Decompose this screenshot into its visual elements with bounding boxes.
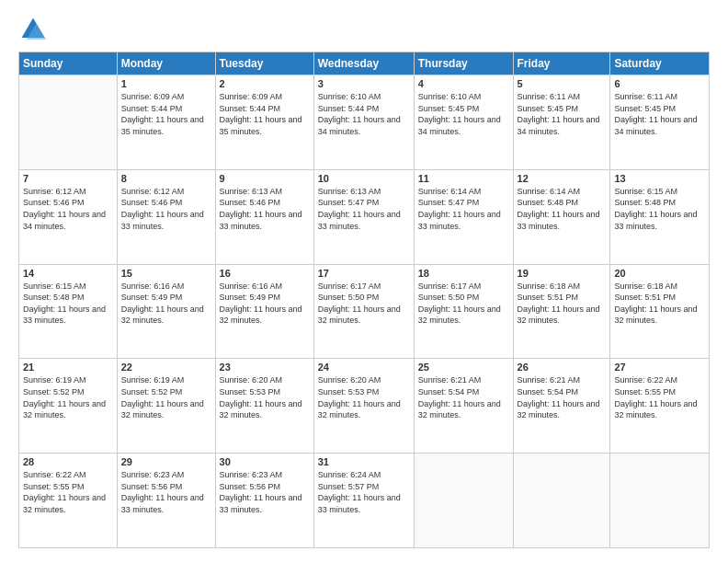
day-number: 25 <box>418 362 509 373</box>
cell-info: Sunrise: 6:12 AMSunset: 5:46 PMDaylight:… <box>121 186 211 232</box>
calendar-header-row: SundayMondayTuesdayWednesdayThursdayFrid… <box>19 52 710 75</box>
day-number: 26 <box>518 362 607 373</box>
col-header-wednesday: Wednesday <box>313 52 414 75</box>
calendar-cell: 30Sunrise: 6:23 AMSunset: 5:56 PMDayligh… <box>215 454 313 548</box>
cell-info: Sunrise: 6:22 AMSunset: 5:55 PMDaylight:… <box>614 374 705 420</box>
calendar-cell <box>414 454 513 548</box>
calendar-cell <box>513 454 610 548</box>
calendar-cell: 14Sunrise: 6:15 AMSunset: 5:48 PMDayligh… <box>19 264 118 359</box>
header <box>18 15 710 44</box>
calendar-cell <box>610 454 710 548</box>
cell-info: Sunrise: 6:09 AMSunset: 5:44 PMDaylight:… <box>220 91 310 137</box>
col-header-sunday: Sunday <box>19 52 118 75</box>
cell-info: Sunrise: 6:19 AMSunset: 5:52 PMDaylight:… <box>23 374 113 420</box>
calendar-cell: 18Sunrise: 6:17 AMSunset: 5:50 PMDayligh… <box>414 264 513 359</box>
cell-info: Sunrise: 6:19 AMSunset: 5:52 PMDaylight:… <box>121 374 211 420</box>
calendar-cell: 7Sunrise: 6:12 AMSunset: 5:46 PMDaylight… <box>19 169 118 264</box>
day-number: 12 <box>518 173 607 184</box>
calendar-cell: 10Sunrise: 6:13 AMSunset: 5:47 PMDayligh… <box>313 169 414 264</box>
calendar-cell: 26Sunrise: 6:21 AMSunset: 5:54 PMDayligh… <box>513 359 610 454</box>
day-number: 10 <box>318 173 410 184</box>
col-header-friday: Friday <box>513 52 610 75</box>
calendar-cell: 2Sunrise: 6:09 AMSunset: 5:44 PMDaylight… <box>215 75 313 170</box>
day-number: 30 <box>220 456 310 467</box>
day-number: 28 <box>23 456 113 467</box>
day-number: 14 <box>23 268 113 279</box>
cell-info: Sunrise: 6:16 AMSunset: 5:49 PMDaylight:… <box>220 281 310 327</box>
day-number: 21 <box>23 362 113 373</box>
cell-info: Sunrise: 6:09 AMSunset: 5:44 PMDaylight:… <box>121 91 211 137</box>
cell-info: Sunrise: 6:16 AMSunset: 5:49 PMDaylight:… <box>121 281 211 327</box>
calendar: SundayMondayTuesdayWednesdayThursdayFrid… <box>18 52 710 548</box>
day-number: 1 <box>121 78 211 89</box>
cell-info: Sunrise: 6:12 AMSunset: 5:46 PMDaylight:… <box>23 186 113 232</box>
calendar-cell: 9Sunrise: 6:13 AMSunset: 5:46 PMDaylight… <box>215 169 313 264</box>
day-number: 4 <box>418 78 509 89</box>
week-row-1: 7Sunrise: 6:12 AMSunset: 5:46 PMDaylight… <box>19 169 710 264</box>
day-number: 8 <box>121 173 211 184</box>
day-number: 17 <box>318 268 410 279</box>
day-number: 16 <box>220 268 310 279</box>
day-number: 7 <box>23 173 113 184</box>
day-number: 11 <box>418 173 509 184</box>
day-number: 29 <box>121 456 211 467</box>
day-number: 31 <box>318 456 410 467</box>
calendar-cell: 22Sunrise: 6:19 AMSunset: 5:52 PMDayligh… <box>117 359 215 454</box>
cell-info: Sunrise: 6:24 AMSunset: 5:57 PMDaylight:… <box>318 469 410 515</box>
cell-info: Sunrise: 6:18 AMSunset: 5:51 PMDaylight:… <box>518 281 607 327</box>
calendar-cell <box>19 75 118 170</box>
day-number: 2 <box>220 78 310 89</box>
cell-info: Sunrise: 6:22 AMSunset: 5:55 PMDaylight:… <box>23 469 113 515</box>
cell-info: Sunrise: 6:17 AMSunset: 5:50 PMDaylight:… <box>418 281 509 327</box>
calendar-cell: 27Sunrise: 6:22 AMSunset: 5:55 PMDayligh… <box>610 359 710 454</box>
cell-info: Sunrise: 6:21 AMSunset: 5:54 PMDaylight:… <box>418 374 509 420</box>
day-number: 9 <box>220 173 310 184</box>
cell-info: Sunrise: 6:11 AMSunset: 5:45 PMDaylight:… <box>614 91 705 137</box>
calendar-cell: 29Sunrise: 6:23 AMSunset: 5:56 PMDayligh… <box>117 454 215 548</box>
week-row-3: 21Sunrise: 6:19 AMSunset: 5:52 PMDayligh… <box>19 359 710 454</box>
calendar-cell: 17Sunrise: 6:17 AMSunset: 5:50 PMDayligh… <box>313 264 414 359</box>
cell-info: Sunrise: 6:17 AMSunset: 5:50 PMDaylight:… <box>318 281 410 327</box>
calendar-cell: 25Sunrise: 6:21 AMSunset: 5:54 PMDayligh… <box>414 359 513 454</box>
week-row-2: 14Sunrise: 6:15 AMSunset: 5:48 PMDayligh… <box>19 264 710 359</box>
cell-info: Sunrise: 6:13 AMSunset: 5:46 PMDaylight:… <box>220 186 310 232</box>
cell-info: Sunrise: 6:11 AMSunset: 5:45 PMDaylight:… <box>518 91 607 137</box>
calendar-cell: 1Sunrise: 6:09 AMSunset: 5:44 PMDaylight… <box>117 75 215 170</box>
day-number: 23 <box>220 362 310 373</box>
calendar-cell: 20Sunrise: 6:18 AMSunset: 5:51 PMDayligh… <box>610 264 710 359</box>
calendar-cell: 3Sunrise: 6:10 AMSunset: 5:44 PMDaylight… <box>313 75 414 170</box>
cell-info: Sunrise: 6:14 AMSunset: 5:47 PMDaylight:… <box>418 186 509 232</box>
cell-info: Sunrise: 6:20 AMSunset: 5:53 PMDaylight:… <box>318 374 410 420</box>
logo-icon <box>18 15 48 44</box>
calendar-cell: 8Sunrise: 6:12 AMSunset: 5:46 PMDaylight… <box>117 169 215 264</box>
calendar-cell: 31Sunrise: 6:24 AMSunset: 5:57 PMDayligh… <box>313 454 414 548</box>
cell-info: Sunrise: 6:15 AMSunset: 5:48 PMDaylight:… <box>23 281 113 327</box>
day-number: 20 <box>614 268 705 279</box>
cell-info: Sunrise: 6:13 AMSunset: 5:47 PMDaylight:… <box>318 186 410 232</box>
cell-info: Sunrise: 6:10 AMSunset: 5:45 PMDaylight:… <box>418 91 509 137</box>
calendar-cell: 11Sunrise: 6:14 AMSunset: 5:47 PMDayligh… <box>414 169 513 264</box>
week-row-0: 1Sunrise: 6:09 AMSunset: 5:44 PMDaylight… <box>19 75 710 170</box>
cell-info: Sunrise: 6:23 AMSunset: 5:56 PMDaylight:… <box>220 469 310 515</box>
day-number: 15 <box>121 268 211 279</box>
page: SundayMondayTuesdayWednesdayThursdayFrid… <box>0 0 728 563</box>
calendar-cell: 28Sunrise: 6:22 AMSunset: 5:55 PMDayligh… <box>19 454 118 548</box>
day-number: 24 <box>318 362 410 373</box>
calendar-cell: 21Sunrise: 6:19 AMSunset: 5:52 PMDayligh… <box>19 359 118 454</box>
day-number: 19 <box>518 268 607 279</box>
calendar-cell: 12Sunrise: 6:14 AMSunset: 5:48 PMDayligh… <box>513 169 610 264</box>
cell-info: Sunrise: 6:15 AMSunset: 5:48 PMDaylight:… <box>614 186 705 232</box>
col-header-saturday: Saturday <box>610 52 710 75</box>
calendar-cell: 13Sunrise: 6:15 AMSunset: 5:48 PMDayligh… <box>610 169 710 264</box>
col-header-monday: Monday <box>117 52 215 75</box>
day-number: 5 <box>518 78 607 89</box>
calendar-cell: 19Sunrise: 6:18 AMSunset: 5:51 PMDayligh… <box>513 264 610 359</box>
col-header-tuesday: Tuesday <box>215 52 313 75</box>
week-row-4: 28Sunrise: 6:22 AMSunset: 5:55 PMDayligh… <box>19 454 710 548</box>
cell-info: Sunrise: 6:21 AMSunset: 5:54 PMDaylight:… <box>518 374 607 420</box>
day-number: 13 <box>614 173 705 184</box>
day-number: 6 <box>614 78 705 89</box>
logo <box>18 15 53 44</box>
cell-info: Sunrise: 6:23 AMSunset: 5:56 PMDaylight:… <box>121 469 211 515</box>
calendar-cell: 15Sunrise: 6:16 AMSunset: 5:49 PMDayligh… <box>117 264 215 359</box>
